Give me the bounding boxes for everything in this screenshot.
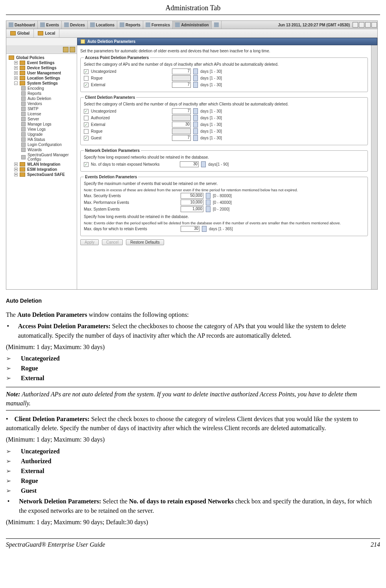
expander-icon[interactable]: +	[14, 76, 18, 80]
spinner[interactable]	[206, 200, 211, 205]
arrow-item: ➢Authorized	[6, 457, 380, 466]
days-input[interactable]: 7	[172, 82, 191, 88]
ap-range: (Minimum: 1 day; Maximum: 30 days)	[6, 342, 380, 351]
days-input[interactable]: 7	[172, 108, 191, 114]
tab-administration[interactable]: Administration	[173, 21, 212, 29]
restore-defaults-button[interactable]: Restore Defaults	[126, 239, 164, 245]
days-input[interactable]: 30	[172, 122, 191, 128]
sidebar-item-smtp[interactable]: SMTP	[7, 106, 76, 111]
sidebar-item-reports[interactable]: Reports	[7, 91, 76, 96]
sidebar-group-esm[interactable]: +ESM Integration	[7, 167, 76, 172]
checkbox[interactable]	[84, 129, 89, 134]
spinner[interactable]	[193, 75, 198, 81]
spinner[interactable]	[193, 122, 198, 128]
checkbox[interactable]: ✓	[84, 69, 89, 74]
apply-button[interactable]: Apply	[80, 239, 99, 245]
scrollbar[interactable]	[371, 45, 377, 289]
sidebar-group-device-settings[interactable]: +Device Settings	[7, 65, 76, 70]
sidebar-item-view-logs[interactable]: View Logs	[7, 127, 76, 132]
expander-icon[interactable]: +	[14, 61, 18, 65]
days-input[interactable]: 7	[172, 135, 191, 141]
checkbox[interactable]: ✓	[84, 136, 89, 141]
sidebar-group-safe[interactable]: +SpectraGuard SAFE	[7, 172, 76, 177]
events-icon	[40, 22, 45, 27]
tool-icon[interactable]	[63, 47, 68, 52]
client-row-external: ✓External30days [1 - 30]	[84, 122, 364, 128]
checkbox[interactable]	[84, 76, 89, 81]
sidebar-group-wlan[interactable]: +WLAN Integration	[7, 162, 76, 167]
expander-icon[interactable]: +	[14, 168, 18, 171]
window-button[interactable]	[365, 22, 371, 28]
sidebar-item-upgrade[interactable]: Upgrade	[7, 132, 76, 137]
count-input[interactable]: 1,000	[181, 206, 203, 212]
checkbox[interactable]: ✓	[84, 109, 89, 114]
window-button[interactable]	[359, 22, 364, 28]
spinner[interactable]	[193, 82, 198, 88]
spinner[interactable]	[193, 68, 198, 74]
expander-icon[interactable]: -	[14, 81, 18, 85]
window-button[interactable]	[371, 22, 377, 28]
section-desc: Select the category of APs and the numbe…	[84, 62, 364, 67]
sidebar-root[interactable]: Global Policies	[7, 55, 76, 60]
spinner[interactable]	[193, 128, 198, 134]
row-label: Max. Performance Events	[84, 200, 178, 205]
sidebar-group-user-management[interactable]: +User Management	[7, 70, 76, 76]
scope-label: Global	[17, 31, 30, 35]
days-input[interactable]	[172, 128, 191, 134]
sidebar-item-encoding[interactable]: Encoding	[7, 86, 76, 91]
days-input[interactable]	[172, 75, 191, 81]
checkbox[interactable]: ✓	[84, 83, 89, 87]
spinner[interactable]	[201, 161, 206, 167]
section-desc: Specify the maximum number of events tha…	[84, 181, 364, 186]
spinner[interactable]	[202, 226, 207, 232]
days-input[interactable]	[172, 115, 191, 121]
sidebar-label: Wizards	[28, 148, 42, 152]
sidebar-group-system-settings[interactable]: -System Settings	[7, 81, 76, 86]
sidebar-group-event-settings[interactable]: +Event Settings	[7, 60, 76, 65]
expander-icon[interactable]: +	[14, 66, 18, 70]
expander-icon[interactable]: +	[14, 173, 18, 176]
app-screenshot: Dashboard Events Devices Locations Repor…	[6, 20, 378, 290]
scope-global[interactable]: Global	[6, 29, 34, 37]
cancel-button[interactable]: Cancel	[102, 239, 123, 245]
sidebar-item-license[interactable]: License	[7, 111, 76, 116]
client-row-guest: ✓Guest7days [1 - 30]	[84, 135, 364, 141]
sidebar-item-wizards[interactable]: Wizards	[7, 147, 76, 152]
days-input[interactable]: 7	[172, 68, 191, 74]
sidebar-item-vendors[interactable]: Vendors	[7, 101, 76, 106]
folder-icon	[20, 167, 25, 172]
sidebar-item-sg-manager-config[interactable]: SpectraGuard Manager Configu	[7, 152, 76, 162]
window-button[interactable]	[353, 22, 358, 28]
count-input[interactable]: 50,000	[181, 193, 203, 199]
sidebar-item-manage-logs[interactable]: Manage Logs	[7, 122, 76, 127]
tab-dashboard[interactable]: Dashboard	[6, 21, 38, 29]
sidebar-item-login-config[interactable]: Login Configuration	[7, 142, 76, 147]
spinner[interactable]	[193, 135, 198, 141]
tab-devices[interactable]: Devices	[62, 21, 88, 29]
tab-extra[interactable]	[212, 21, 222, 29]
sidebar-item-server[interactable]: Server	[7, 116, 76, 122]
scope-local[interactable]: Local	[34, 29, 59, 37]
spinner[interactable]	[193, 108, 198, 114]
checkbox[interactable]: ✓	[84, 122, 89, 127]
tool-icon[interactable]	[70, 47, 75, 52]
days-input[interactable]: 30	[180, 161, 199, 167]
spinner[interactable]	[193, 115, 198, 121]
client-row-authorized: Authorizeddays [1 - 30]	[84, 115, 364, 121]
days-input[interactable]: 30	[181, 226, 199, 232]
tab-locations[interactable]: Locations	[88, 21, 117, 29]
tab-events[interactable]: Events	[38, 21, 62, 29]
tab-reports[interactable]: Reports	[117, 21, 143, 29]
tab-label: Events	[46, 23, 59, 27]
expander-icon[interactable]: +	[14, 71, 18, 75]
checkbox[interactable]	[84, 116, 89, 120]
checkbox[interactable]: ✓	[84, 162, 89, 167]
spinner[interactable]	[206, 193, 211, 199]
tab-forensics[interactable]: Forensics	[143, 21, 173, 29]
expander-icon[interactable]: +	[14, 163, 18, 166]
sidebar-item-auto-deletion[interactable]: Auto Deletion	[7, 96, 76, 101]
sidebar-item-ha-status[interactable]: HA Status	[7, 137, 76, 142]
count-input[interactable]: 10,000	[181, 200, 203, 205]
sidebar-group-location-settings[interactable]: +Location Settings	[7, 76, 76, 81]
spinner[interactable]	[206, 206, 211, 212]
